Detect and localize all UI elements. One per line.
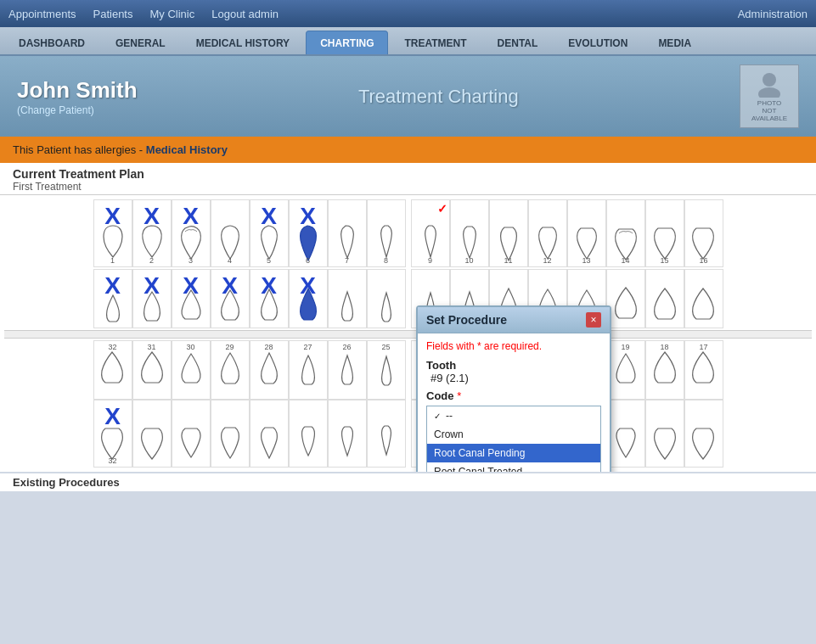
tooth-field: Tooth #9 (2.1) [426, 359, 601, 384]
tooth-number-29: 29 [225, 343, 234, 351]
lower-tooth-svg-17 [688, 346, 720, 390]
medical-history-link[interactable]: Medical History [146, 143, 228, 156]
tooth-number-28: 28 [264, 343, 273, 351]
tooth-number-2: 2 [149, 256, 154, 265]
tooth-27[interactable]: 27 [289, 340, 328, 400]
dropdown-item-root-canal-pending[interactable]: Root Canal Pending [427, 444, 600, 462]
dropdown-item-blank[interactable]: -- [427, 406, 600, 425]
lower-crown-svg-25 [370, 422, 402, 466]
tooth-3[interactable]: 3 [172, 199, 211, 267]
code-required-star: * [457, 389, 461, 402]
dropdown-item-root-canal-treated[interactable]: Root Canal Treated [427, 462, 600, 472]
tooth-30[interactable]: 30 [172, 340, 211, 400]
tooth-5-root[interactable] [250, 269, 289, 328]
tooth-11[interactable]: 11 [489, 199, 528, 267]
tooth-3-root[interactable] [172, 269, 211, 328]
lower-teeth-row1: 32 31 30 29 [4, 340, 812, 400]
code-dropdown[interactable]: -- Crown Root Canal Pending Root Canal T… [426, 406, 601, 472]
tooth-29[interactable]: 29 [211, 340, 250, 400]
lower-tooth-svg-28 [253, 346, 285, 390]
tab-media[interactable]: MEDIA [644, 31, 706, 54]
modal-body: Fields with * are required. Tooth #9 (2.… [418, 333, 610, 472]
tooth-10[interactable]: 10 [450, 199, 489, 267]
tooth-19[interactable]: 19 [606, 340, 645, 400]
tooth-15[interactable]: 15 [645, 199, 684, 267]
tooth-6[interactable]: 6 [289, 199, 328, 267]
lower-crown-svg-31 [136, 422, 168, 466]
tooth-17[interactable]: 17 [684, 340, 723, 400]
nav-logout[interactable]: Logout admin [211, 8, 279, 20]
nav-my-clinic[interactable]: My Clinic [149, 8, 194, 20]
tooth-25[interactable]: 25 [367, 340, 406, 400]
nav-patients[interactable]: Patients [93, 8, 133, 20]
tooth-17-crown[interactable] [684, 400, 723, 468]
nav-appointments[interactable]: Appointments [8, 8, 76, 20]
tooth-root-svg-3 [175, 283, 207, 327]
tooth-2[interactable]: 2 [132, 199, 172, 267]
tab-charting[interactable]: CHARTING [306, 31, 388, 54]
tooth-14[interactable]: 14 [606, 199, 645, 267]
tooth-5[interactable]: 5 [250, 199, 289, 267]
tab-bar: DASHBOARD GENERAL MEDICAL HISTORY CHARTI… [0, 27, 816, 56]
tooth-28[interactable]: 28 [250, 340, 289, 400]
tooth-16-root[interactable] [684, 269, 723, 328]
lower-crown-svg-19 [610, 422, 642, 466]
tab-medical-history[interactable]: MEDICAL HISTORY [182, 31, 304, 54]
tooth-16[interactable]: 16 [684, 199, 723, 267]
tooth-19-crown[interactable] [606, 400, 645, 468]
lower-crown-svg-17 [688, 422, 720, 466]
required-note-text2: are required. [481, 340, 542, 352]
tab-general[interactable]: GENERAL [101, 31, 180, 54]
treatment-plan-sub: First Treatment [13, 181, 803, 193]
tooth-32-crown[interactable]: 32 [93, 400, 132, 468]
tooth-8-root[interactable] [367, 269, 406, 328]
tooth-9[interactable]: ✓ 9 [411, 199, 450, 267]
tooth-26-crown[interactable] [328, 400, 367, 468]
treatment-plan-header: Current Treatment Plan First Treatment [0, 163, 816, 195]
dropdown-list[interactable]: -- Crown Root Canal Pending Root Canal T… [426, 406, 601, 472]
tooth-number-7: 7 [345, 256, 349, 265]
tooth-28-crown[interactable] [250, 400, 289, 468]
tooth-number-1: 1 [110, 256, 115, 265]
tooth-31-crown[interactable] [132, 400, 172, 468]
tooth-1-root[interactable] [93, 269, 132, 328]
tab-dashboard[interactable]: DASHBOARD [4, 31, 99, 54]
tooth-13[interactable]: 13 [567, 199, 606, 267]
tooth-root-svg-15 [649, 283, 681, 327]
change-patient-link[interactable]: (Change Patient) [17, 104, 94, 116]
tab-dental[interactable]: DENTAL [483, 31, 553, 54]
tooth-29-crown[interactable] [211, 400, 250, 468]
tooth-14-root[interactable] [606, 269, 645, 328]
tooth-6-root[interactable] [289, 269, 328, 328]
lower-crown-svg-18 [649, 422, 681, 466]
tooth-25-crown[interactable] [367, 400, 406, 468]
tooth-31[interactable]: 31 [132, 340, 172, 400]
tooth-8[interactable]: 8 [367, 199, 406, 267]
tooth-27-crown[interactable] [289, 400, 328, 468]
lower-crown-svg-28 [253, 422, 285, 466]
tooth-7[interactable]: 7 [328, 199, 367, 267]
lower-tooth-svg-27 [292, 346, 324, 390]
tooth-4[interactable]: 4 [211, 199, 250, 267]
dropdown-item-crown[interactable]: Crown [427, 425, 600, 444]
tooth-number-27: 27 [303, 343, 312, 351]
lower-tooth-svg-31 [136, 346, 168, 390]
tooth-root-svg-7 [331, 283, 363, 327]
dropdown-item-rct-label: Root Canal Treated [434, 466, 522, 472]
tooth-32[interactable]: 32 [93, 340, 132, 400]
modal-close-button[interactable]: × [586, 312, 601, 328]
tab-treatment[interactable]: TREATMENT [390, 31, 481, 54]
tooth-15-root[interactable] [645, 269, 684, 328]
tooth-2-root[interactable] [132, 269, 172, 328]
tooth-1[interactable]: 1 [93, 199, 132, 267]
tooth-26[interactable]: 26 [328, 340, 367, 400]
lower-tooth-svg-32 [97, 346, 129, 390]
tab-evolution[interactable]: EVOLUTION [554, 31, 642, 54]
tooth-4-root[interactable] [211, 269, 250, 328]
tooth-18-crown[interactable] [645, 400, 684, 468]
tooth-number-18: 18 [660, 343, 668, 351]
tooth-18[interactable]: 18 [645, 340, 684, 400]
tooth-30-crown[interactable] [172, 400, 211, 468]
tooth-12[interactable]: 12 [528, 199, 567, 267]
tooth-7-root[interactable] [328, 269, 367, 328]
